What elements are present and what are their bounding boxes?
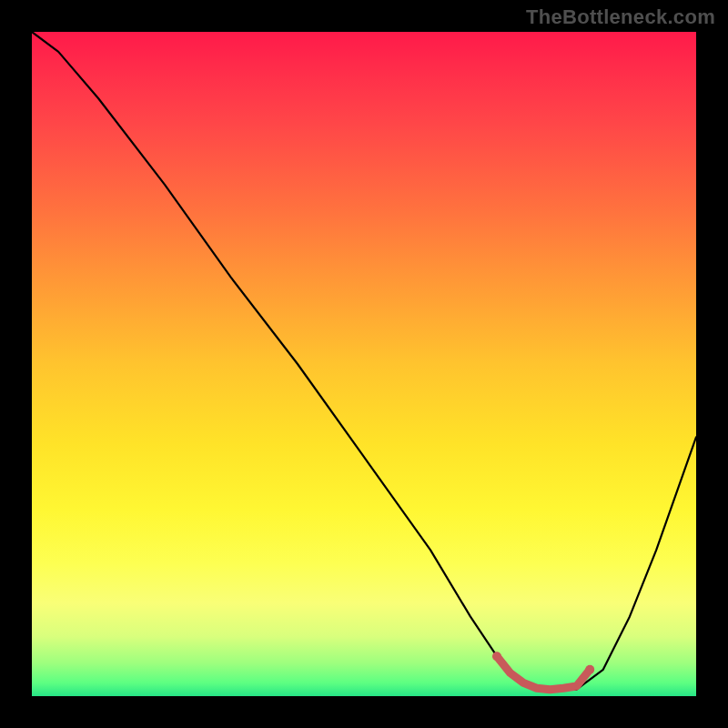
plot-area bbox=[32, 32, 696, 696]
chart-frame: TheBottleneck.com bbox=[0, 0, 728, 728]
optimal-endpoint-left-icon bbox=[492, 652, 501, 661]
curve-layer bbox=[32, 32, 696, 696]
optimal-segment bbox=[497, 656, 590, 690]
bottleneck-curve bbox=[32, 32, 696, 690]
watermark-text: TheBottleneck.com bbox=[526, 5, 715, 29]
optimal-endpoint-right-icon bbox=[585, 665, 594, 674]
